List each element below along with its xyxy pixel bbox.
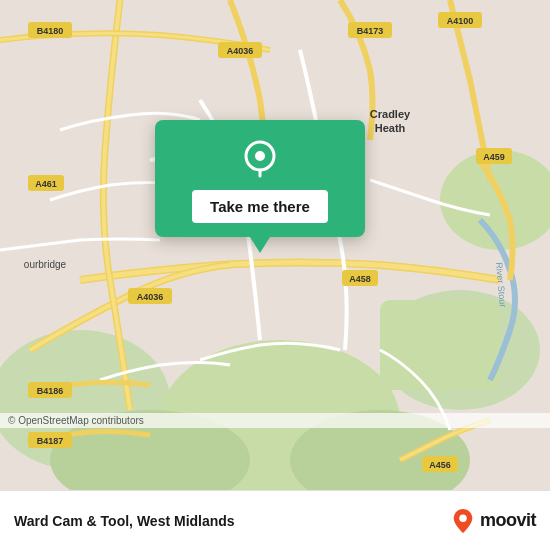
moovit-logo: moovit [452, 508, 536, 534]
svg-text:A461: A461 [35, 179, 57, 189]
svg-text:Cradley: Cradley [370, 108, 411, 120]
svg-text:A4036: A4036 [227, 46, 254, 56]
svg-point-35 [255, 151, 265, 161]
svg-text:B4180: B4180 [37, 26, 64, 36]
svg-text:B4187: B4187 [37, 436, 64, 446]
svg-rect-5 [380, 300, 500, 390]
svg-text:A456: A456 [429, 460, 451, 470]
svg-point-36 [459, 514, 466, 521]
popup-card[interactable]: Take me there [155, 120, 365, 237]
svg-text:A4100: A4100 [447, 16, 474, 26]
svg-text:A458: A458 [349, 274, 371, 284]
svg-text:B4173: B4173 [357, 26, 384, 36]
moovit-pin-icon [452, 508, 474, 534]
take-me-there-button[interactable]: Take me there [192, 190, 328, 223]
svg-text:Heath: Heath [375, 122, 406, 134]
moovit-text: moovit [480, 510, 536, 531]
copyright-bar: © OpenStreetMap contributors [0, 413, 550, 428]
svg-text:A459: A459 [483, 152, 505, 162]
location-name: Ward Cam & Tool, West Midlands [14, 513, 235, 529]
bottom-bar: Ward Cam & Tool, West Midlands moovit [0, 490, 550, 550]
copyright-text: © OpenStreetMap contributors [8, 415, 144, 426]
svg-text:B4186: B4186 [37, 386, 64, 396]
location-info: Ward Cam & Tool, West Midlands [14, 513, 235, 529]
map-container: B4180 A461 A4036 B4173 A4100 A459 A4036 … [0, 0, 550, 490]
location-pin-icon [238, 138, 282, 182]
svg-text:A4036: A4036 [137, 292, 164, 302]
svg-text:ourbridge: ourbridge [24, 259, 67, 270]
